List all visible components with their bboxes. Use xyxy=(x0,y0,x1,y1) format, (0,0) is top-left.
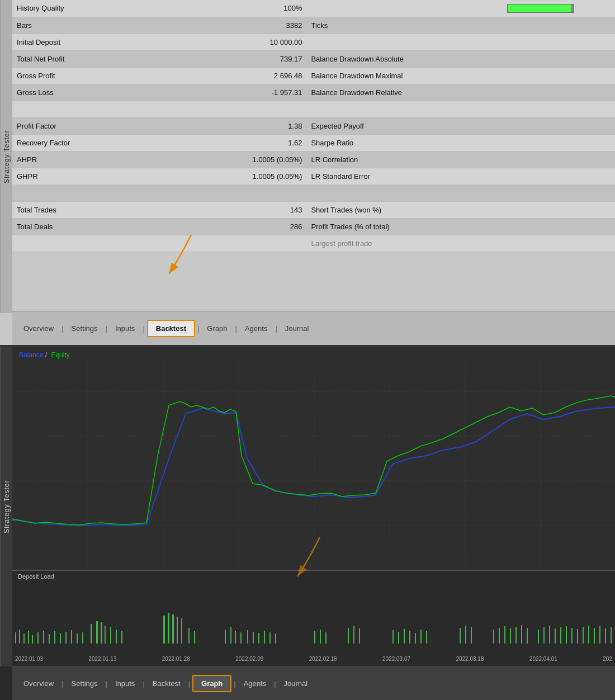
svg-rect-38 xyxy=(188,628,190,644)
svg-rect-75 xyxy=(549,626,550,644)
row-value: 1.0005 (0.05%) xyxy=(167,168,307,185)
row-label: Bars xyxy=(12,17,167,34)
svg-rect-51 xyxy=(320,630,321,644)
row-label2: Largest profit trade xyxy=(306,235,503,252)
tab-settings-bottom[interactable]: Settings xyxy=(66,676,103,691)
svg-rect-28 xyxy=(101,622,102,644)
table-row: Total Net Profit 739.17 Balance Drawdown… xyxy=(12,50,615,67)
svg-rect-50 xyxy=(314,631,315,644)
row-label: Total Net Profit xyxy=(12,50,167,67)
row-value: 1.0005 (0.05%) xyxy=(167,151,307,168)
tab-bar-top: Overview | Settings | Inputs | Backtest … xyxy=(12,311,615,345)
stats-table: History Quality 100% Bars 3382 Ticks Ini… xyxy=(12,0,615,252)
table-row: Bars 3382 Ticks xyxy=(12,17,615,34)
svg-rect-46 xyxy=(258,633,259,644)
row-value: 100% xyxy=(167,0,307,17)
tab-journal-top[interactable]: Journal xyxy=(280,321,315,336)
tab-overview-top[interactable]: Overview xyxy=(18,321,59,336)
svg-rect-70 xyxy=(515,627,517,644)
row-value: -1 957.31 xyxy=(167,84,307,101)
row-value2 xyxy=(503,201,615,218)
row-value2 xyxy=(503,117,615,134)
table-row: Largest profit trade xyxy=(12,235,615,252)
svg-rect-67 xyxy=(499,628,500,644)
table-row: Gross Loss -1 957.31 Balance Drawdown Re… xyxy=(12,84,615,101)
row-value: 286 xyxy=(167,218,307,235)
row-label2 xyxy=(306,34,503,50)
svg-rect-45 xyxy=(253,632,254,644)
svg-rect-59 xyxy=(409,631,410,644)
top-panel: × Strategy Tester History Quality 100% B… xyxy=(0,0,615,347)
x-label: 202 xyxy=(603,656,612,662)
progress-bar-inner xyxy=(508,4,570,12)
svg-rect-84 xyxy=(599,626,600,644)
row-label2: Balance Drawdown Absolute xyxy=(306,50,503,67)
row-label2: Profit Trades (% of total) xyxy=(306,218,503,235)
row-value2 xyxy=(503,50,615,67)
row-value2 xyxy=(503,134,615,151)
row-label2: Ticks xyxy=(306,17,503,34)
sidebar-label-bottom: Strategy Tester xyxy=(0,347,12,666)
tab-graph-top[interactable]: Graph xyxy=(201,321,233,336)
svg-rect-86 xyxy=(611,627,612,644)
tab-backtest-top[interactable]: Backtest xyxy=(147,320,195,337)
tab-inputs-bottom[interactable]: Inputs xyxy=(110,676,140,691)
svg-rect-83 xyxy=(594,628,595,644)
legend-balance: Balance xyxy=(19,351,43,359)
row-value2 xyxy=(503,151,615,168)
svg-rect-58 xyxy=(404,629,405,644)
svg-rect-76 xyxy=(555,628,556,644)
row-label2 xyxy=(306,185,503,201)
legend-equity: Equity xyxy=(51,351,69,359)
svg-rect-42 xyxy=(235,631,236,644)
x-axis-labels: 2022.01.03 2022.01.13 2022.01.28 2022.02… xyxy=(12,656,615,662)
tab-settings-top[interactable]: Settings xyxy=(66,321,103,336)
row-label: Total Deals xyxy=(12,218,167,235)
sidebar-label-top: Strategy Tester xyxy=(0,0,12,313)
row-label: History Quality xyxy=(12,0,167,17)
row-value2 xyxy=(503,67,615,84)
tab-bar-bottom: Overview | Settings | Inputs | Backtest … xyxy=(12,666,615,700)
svg-rect-43 xyxy=(240,632,242,644)
chart-legend: Balance / Equity xyxy=(19,351,70,359)
row-label2: Short Trades (won %) xyxy=(306,201,503,218)
row-label2: Sharpe Ratio xyxy=(306,134,503,151)
table-row: AHPR 1.0005 (0.05%) LR Correlation xyxy=(12,151,615,168)
svg-rect-27 xyxy=(96,621,98,644)
table-row: Initial Deposit 10 000.00 xyxy=(12,34,615,50)
tab-backtest-bottom[interactable]: Backtest xyxy=(147,676,186,691)
row-value2 xyxy=(503,168,615,185)
tab-agents-bottom[interactable]: Agents xyxy=(238,676,272,691)
row-value2 xyxy=(503,84,615,101)
svg-rect-80 xyxy=(577,629,578,644)
svg-rect-16 xyxy=(32,635,33,644)
row-label xyxy=(12,101,167,117)
tab-overview-bottom[interactable]: Overview xyxy=(18,676,59,691)
tab-journal-bottom[interactable]: Journal xyxy=(278,676,314,691)
table-row: Profit Factor 1.38 Expected Payoff xyxy=(12,117,615,134)
row-value2 xyxy=(503,34,615,50)
table-row: Total Deals 286 Profit Trades (% of tota… xyxy=(12,218,615,235)
row-label: AHPR xyxy=(12,151,167,168)
row-label: Recovery Factor xyxy=(12,134,167,151)
svg-rect-26 xyxy=(91,624,92,644)
svg-rect-60 xyxy=(415,633,416,644)
row-label: Gross Profit xyxy=(12,67,167,84)
svg-rect-71 xyxy=(521,625,522,644)
row-label2: LR Standard Error xyxy=(306,168,503,185)
main-chart: Balance / Equity xyxy=(12,347,615,570)
x-label: 2022.04.01 xyxy=(529,656,557,662)
svg-rect-22 xyxy=(65,632,67,644)
svg-rect-30 xyxy=(110,627,111,644)
svg-rect-56 xyxy=(392,630,394,644)
row-value2 xyxy=(503,235,615,252)
svg-rect-62 xyxy=(426,631,427,644)
svg-rect-32 xyxy=(121,631,122,644)
row-value2 xyxy=(503,185,615,201)
svg-rect-12 xyxy=(15,632,16,644)
tab-inputs-top[interactable]: Inputs xyxy=(110,321,140,336)
svg-rect-33 xyxy=(163,616,165,644)
tab-agents-top[interactable]: Agents xyxy=(239,321,273,336)
svg-rect-68 xyxy=(504,626,505,644)
tab-graph-bottom[interactable]: Graph xyxy=(192,675,231,692)
